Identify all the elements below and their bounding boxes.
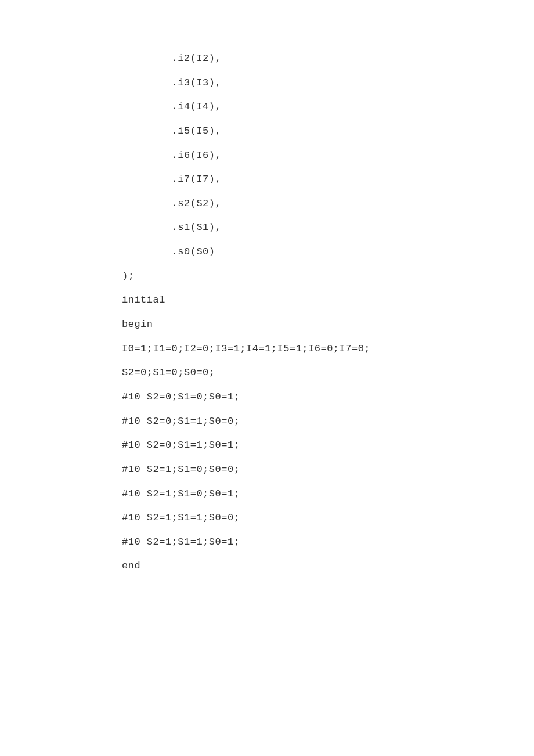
code-line: end <box>122 554 534 578</box>
code-line: #10 S2=0;S1=1;S0=0; <box>122 409 534 434</box>
code-document: .i2(I2), .i3(I3), .i4(I4), .i5(I5), .i6(… <box>0 0 534 578</box>
code-line: ); <box>122 264 534 289</box>
code-line: #10 S2=0;S1=1;S0=1; <box>122 433 534 458</box>
code-line: .s0(S0) <box>122 240 534 264</box>
code-line: .i5(I5), <box>122 119 534 143</box>
code-line: #10 S2=0;S1=0;S0=1; <box>122 385 534 409</box>
code-line: .i4(I4), <box>122 95 534 119</box>
code-line: initial <box>122 288 534 312</box>
code-line: .i2(I2), <box>122 46 534 71</box>
code-line: #10 S2=1;S1=1;S0=1; <box>122 530 534 555</box>
code-line: I0=1;I1=0;I2=0;I3=1;I4=1;I5=1;I6=0;I7=0; <box>122 337 534 361</box>
code-line: .s1(S1), <box>122 215 534 240</box>
code-line: #10 S2=1;S1=0;S0=0; <box>122 458 534 482</box>
code-line: #10 S2=1;S1=0;S0=1; <box>122 482 534 506</box>
code-line: .i6(I6), <box>122 143 534 168</box>
code-line: .s2(S2), <box>122 192 534 216</box>
code-line: #10 S2=1;S1=1;S0=0; <box>122 506 534 530</box>
code-line: S2=0;S1=0;S0=0; <box>122 361 534 385</box>
code-line: .i3(I3), <box>122 71 534 95</box>
code-line: .i7(I7), <box>122 167 534 192</box>
code-line: begin <box>122 312 534 337</box>
